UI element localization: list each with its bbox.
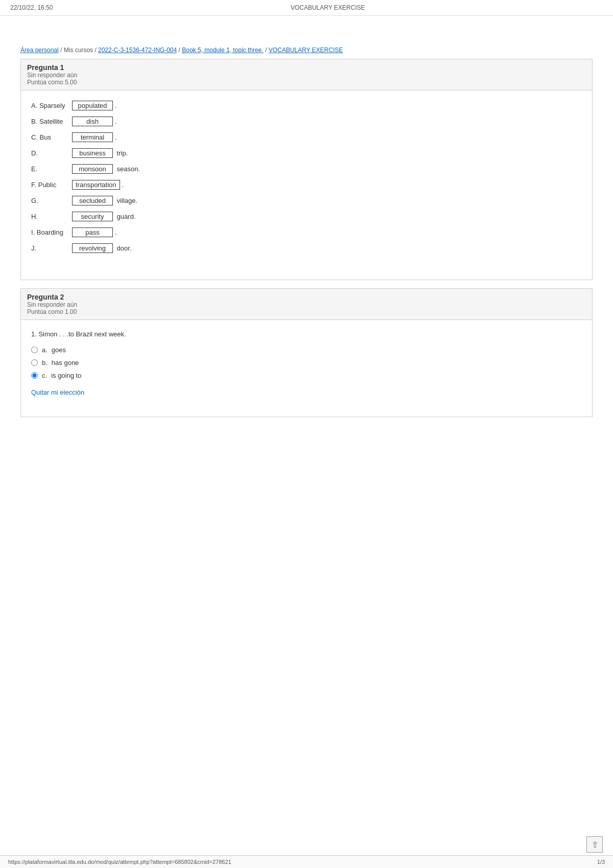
- breadcrumb-sep-4: /: [265, 47, 269, 54]
- vocab-label-e: E.: [31, 165, 72, 173]
- vocab-answer-h: security: [72, 212, 113, 221]
- vocab-suffix-c: .: [115, 133, 117, 141]
- breadcrumb-link-book[interactable]: Book 5, module 1, topic three.: [182, 47, 263, 54]
- vocab-answer-c: terminal: [72, 132, 113, 142]
- option-text-c: is going to: [51, 372, 81, 379]
- breadcrumb-link-course[interactable]: 2022-C-3-1536-472-ING-004: [98, 47, 177, 54]
- vocab-row-f: F. Public transportation .: [31, 180, 582, 190]
- vocab-row-i: I. Boarding pass .: [31, 227, 582, 237]
- datetime-label: 22/10/22, 16:50: [10, 4, 53, 11]
- breadcrumb-link-personal[interactable]: Área personal: [20, 47, 59, 54]
- vocab-row-g: G. secluded village.: [31, 196, 582, 205]
- vocab-row-c: C. Bus terminal .: [31, 132, 582, 142]
- vocab-label-g: G.: [31, 197, 72, 204]
- breadcrumb-mis-cursos: Mis cursos: [64, 47, 93, 54]
- q1-title-text: Pregunta: [27, 63, 58, 72]
- q2-title-text: Pregunta: [27, 293, 58, 301]
- vocab-row-j: J. revolving door.: [31, 243, 582, 253]
- vocab-answer-a: populated: [72, 101, 113, 110]
- vocab-answer-i: pass: [72, 227, 113, 237]
- vocab-suffix-h: guard.: [115, 213, 135, 220]
- vocab-suffix-d: trip.: [115, 149, 128, 157]
- question-1-block: Pregunta 1 Sin responder aún Puntúa como…: [20, 59, 593, 280]
- vocab-suffix-e: season.: [115, 165, 140, 173]
- vocab-suffix-g: village.: [115, 197, 137, 204]
- option-text-b: has gone: [52, 359, 79, 367]
- radio-input-a[interactable]: [31, 347, 38, 353]
- radio-input-b[interactable]: [31, 359, 38, 366]
- vocab-label-h: H.: [31, 213, 72, 220]
- vocab-row-h: H. security guard.: [31, 212, 582, 221]
- vocab-answer-e: monsoon: [72, 164, 113, 174]
- vocab-suffix-b: .: [115, 118, 117, 125]
- question-2-block: Pregunta 2 Sin responder aún Puntúa como…: [20, 288, 593, 417]
- option-letter-b: b.: [42, 359, 48, 367]
- breadcrumb-sep-1: /: [60, 47, 64, 54]
- question-1-body: A. Sparsely populated . B. Satellite dis…: [21, 90, 592, 280]
- breadcrumb: Área personal / Mis cursos / 2022-C-3-15…: [20, 47, 593, 54]
- main-content: Pregunta 1 Sin responder aún Puntúa como…: [0, 59, 613, 439]
- vocab-answer-d: business: [72, 148, 113, 158]
- option-letter-c: c.: [42, 372, 47, 379]
- radio-input-c[interactable]: [31, 372, 38, 379]
- vocab-suffix-j: door.: [115, 244, 132, 252]
- radio-option-c[interactable]: c. is going to: [31, 372, 582, 379]
- vocab-answer-f: transportation: [72, 180, 120, 190]
- q1-number: 1: [60, 63, 64, 72]
- top-bar: 22/10/22, 16:50 VOCABULARY EXERCISE: [0, 0, 613, 16]
- question-2-title: Pregunta 2: [27, 293, 586, 301]
- page-title: VOCABULARY EXERCISE: [291, 4, 365, 11]
- vocab-answer-g: secluded: [72, 196, 113, 205]
- question-1-header: Pregunta 1 Sin responder aún Puntúa como…: [21, 59, 592, 90]
- q2-number: 2: [60, 293, 64, 301]
- vocab-label-j: J.: [31, 244, 72, 252]
- radio-option-b[interactable]: b. has gone: [31, 359, 582, 367]
- question-1-points: Puntúa como 5.00: [27, 79, 586, 86]
- vocab-row-a: A. Sparsely populated .: [31, 101, 582, 110]
- vocab-label-b: B. Satellite: [31, 118, 72, 125]
- question-1-title: Pregunta 1: [27, 63, 586, 72]
- breadcrumb-link-vocab[interactable]: VOCABULARY EXERCISE: [269, 47, 343, 54]
- vocab-label-a: A. Sparsely: [31, 102, 72, 109]
- question-2-points: Puntúa como 1.00: [27, 308, 586, 315]
- vocab-row-b: B. Satellite dish .: [31, 117, 582, 126]
- q2-question-text: 1. Simon . . .to Brazil next week.: [31, 330, 582, 338]
- vocab-suffix-a: .: [115, 102, 117, 109]
- vocab-label-d: D.: [31, 149, 72, 157]
- radio-option-a[interactable]: a. goes: [31, 346, 582, 354]
- breadcrumb-container: Área personal / Mis cursos / 2022-C-3-15…: [0, 16, 613, 59]
- vocab-label-c: C. Bus: [31, 133, 72, 141]
- vocab-suffix-f: .: [122, 181, 124, 189]
- option-text-a: goes: [52, 346, 66, 354]
- option-letter-a: a.: [42, 346, 48, 354]
- question-2-status: Sin responder aún: [27, 301, 586, 308]
- vocab-label-f: F. Public: [31, 181, 72, 189]
- question-2-header: Pregunta 2 Sin responder aún Puntúa como…: [21, 289, 592, 320]
- vocab-label-i: I. Boarding: [31, 229, 72, 236]
- question-1-status: Sin responder aún: [27, 72, 586, 79]
- question-2-body: 1. Simon . . .to Brazil next week. a. go…: [21, 320, 592, 417]
- vocab-suffix-i: .: [115, 229, 117, 236]
- vocab-answer-j: revolving: [72, 243, 113, 253]
- vocab-row-d: D. business trip.: [31, 148, 582, 158]
- clear-choice-link[interactable]: Quitar mi elección: [31, 389, 84, 396]
- vocab-answer-b: dish: [72, 117, 113, 126]
- vocab-row-e: E. monsoon season.: [31, 164, 582, 174]
